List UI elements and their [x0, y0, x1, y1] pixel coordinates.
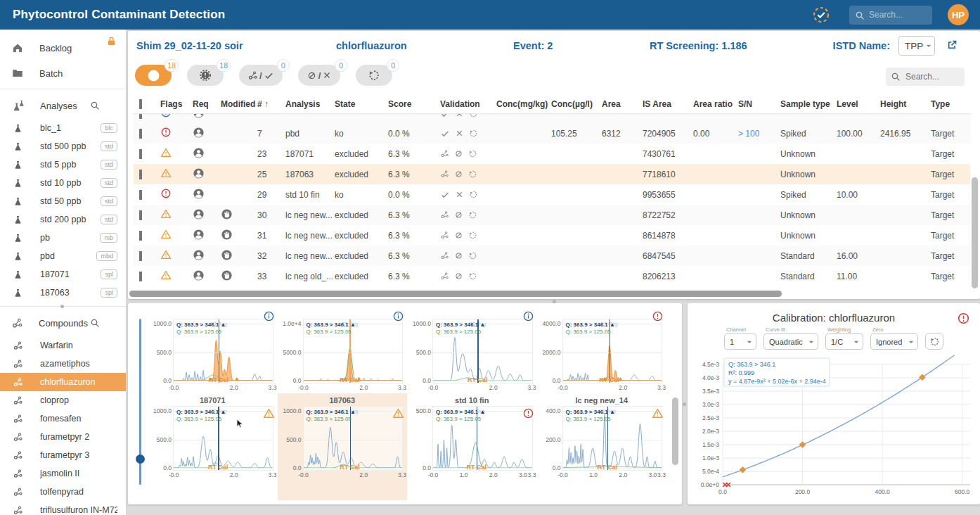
restore-icon[interactable] — [468, 210, 477, 220]
warning-icon[interactable] — [263, 407, 275, 419]
warning-icon[interactable] — [392, 407, 404, 419]
column-header-area[interactable]: Area — [600, 99, 641, 109]
validate-icon[interactable] — [440, 129, 450, 139]
column-header-conc-g-l-[interactable]: Conc(µg/l) — [550, 99, 600, 109]
validate-icon[interactable] — [440, 190, 450, 200]
chromatogram-tile-std-10-fin[interactable]: std 10 fin500.00.0-0.01.02.03.03.3RT Reg… — [407, 393, 537, 500]
filter-quantify-check[interactable]: /0 — [239, 65, 283, 86]
compound-item-triflusulfuron-IN-M7222[interactable]: triflusulfuron IN-M7222 — [0, 501, 126, 515]
compound-item-Warfarin[interactable]: Warfarin — [0, 336, 126, 355]
error-icon[interactable] — [652, 310, 664, 322]
column-header-req[interactable]: Req — [191, 99, 219, 109]
nullify-icon[interactable] — [454, 231, 463, 240]
row-checkbox[interactable] — [139, 149, 142, 159]
curve-fit-select[interactable]: Quadratic — [763, 333, 818, 350]
compound-item-chlorfluazuron[interactable]: chlorfluazuron — [0, 373, 126, 391]
column-header-validation[interactable]: Validation — [439, 99, 495, 109]
column-header-flags[interactable]: Flags — [159, 99, 191, 109]
column-header-type[interactable]: Type — [929, 99, 969, 109]
row-checkbox[interactable] — [139, 114, 142, 119]
vertical-splitter[interactable] — [683, 402, 686, 406]
column-header-is-area[interactable]: IS Area — [641, 99, 692, 109]
table-row[interactable]: 33lc neg old_...excluded6.3 %8206213Stan… — [134, 266, 970, 286]
filter-person[interactable]: 18 — [135, 65, 172, 86]
analysis-item-std-5-ppb[interactable]: std 5 ppbstd — [0, 155, 126, 174]
column-header-analysis[interactable]: Analysis — [284, 99, 333, 109]
nullify-icon[interactable] — [454, 251, 463, 260]
compound-item-fomesafen[interactable]: fomesafen — [0, 409, 126, 428]
table-row[interactable]: 32lc neg new...excluded6.3 %6847545Stand… — [134, 246, 970, 266]
column-header-sample-type[interactable]: Sample type — [779, 99, 835, 109]
row-checkbox[interactable] — [139, 210, 142, 220]
error-icon[interactable] — [957, 312, 970, 325]
reset-calibration-button[interactable] — [925, 333, 943, 350]
restore-icon[interactable] — [469, 114, 478, 118]
quantify-icon[interactable] — [440, 170, 449, 179]
analysis-item-std-50-ppb[interactable]: std 50 ppbstd — [0, 192, 126, 210]
table-row[interactable] — [134, 114, 970, 123]
validate-icon[interactable] — [440, 114, 450, 119]
intensity-slider[interactable] — [139, 319, 141, 485]
quantify-icon[interactable] — [440, 149, 449, 158]
table-row[interactable]: 29std 10 finko0.0 %9953655Spiked10.00Tar… — [134, 184, 970, 205]
filter-null-cross[interactable]: /0 — [298, 65, 341, 86]
warning-icon[interactable] — [652, 407, 664, 419]
nullify-icon[interactable] — [454, 210, 463, 220]
restore-icon[interactable] — [468, 251, 477, 260]
zero-select[interactable]: Ignored — [870, 333, 918, 350]
chromatogram-tile-187071[interactable]: 1870711000.0500.00.0-0.02.03.3RT RegRT C… — [148, 393, 278, 500]
column-header-state[interactable]: State — [333, 99, 387, 109]
sn-link[interactable]: > 100 — [738, 129, 759, 139]
reject-icon[interactable] — [455, 190, 464, 199]
quantify-icon[interactable] — [440, 251, 449, 260]
calibration-point[interactable] — [919, 374, 926, 381]
nullify-icon[interactable] — [454, 149, 463, 158]
channel-select[interactable]: 1 — [724, 333, 756, 350]
compound-item-furametpyr-2[interactable]: furametpyr 2 — [0, 428, 126, 446]
restore-icon[interactable] — [469, 129, 478, 138]
column-header-score[interactable]: Score — [387, 99, 439, 109]
filter-restore[interactable]: 0 — [356, 65, 392, 86]
info-icon[interactable] — [263, 310, 275, 322]
reject-icon[interactable] — [455, 114, 464, 118]
compound-item-azametiphos[interactable]: azametiphos — [0, 355, 126, 373]
column-header--[interactable]: # ↑ — [256, 99, 284, 109]
column-header-s-n[interactable]: S/N — [737, 99, 779, 109]
filter-gear-alert[interactable]: 18 — [187, 65, 224, 86]
analysis-item-std-200-ppb[interactable]: std 200 ppbstd — [0, 210, 126, 229]
analysis-item-std-500-ppb[interactable]: std 500 ppbstd — [0, 137, 126, 155]
chromatogram-tile-1[interactable]: 1.0e+45000.00.0-0.02.03.3RT RegRT CalQ: … — [278, 306, 408, 393]
select-all-checkbox[interactable] — [139, 99, 142, 109]
quantify-icon[interactable] — [440, 210, 449, 220]
batch-name[interactable]: Shim 29_02-11-20 soir — [136, 40, 243, 51]
chromatogram-tile-0[interactable]: 1000.0500.00.0-0.02.03.3RT RegRT CalQ: 3… — [148, 306, 278, 393]
table-row[interactable]: 30lc neg new...excluded6.3 %8722752Unkno… — [134, 205, 970, 225]
row-checkbox[interactable] — [139, 231, 142, 241]
table-vertical-scrollbar[interactable] — [972, 177, 978, 288]
calibration-point[interactable] — [740, 466, 747, 473]
quantify-icon[interactable] — [440, 272, 449, 281]
quantify-icon[interactable] — [440, 231, 449, 240]
column-header-area-ratio[interactable]: Area ratio — [692, 99, 737, 109]
info-icon[interactable] — [392, 310, 404, 322]
analysis-item-187063[interactable]: 187063spl — [0, 284, 126, 302]
horizontal-scrollbar[interactable] — [129, 291, 782, 297]
column-header-height[interactable]: Height — [879, 99, 929, 109]
sidebar-splitter[interactable] — [60, 305, 64, 308]
analyses-search-icon[interactable] — [89, 100, 101, 111]
compound-item-furametpyr-3[interactable]: furametpyr 3 — [0, 446, 126, 464]
nullify-icon[interactable] — [454, 272, 463, 281]
restore-icon[interactable] — [468, 170, 477, 179]
compound-item-cloprop[interactable]: cloprop — [0, 391, 126, 409]
weighting-select[interactable]: 1/C — [825, 333, 863, 350]
compound-item-jasmolin-II[interactable]: jasmolin II — [0, 464, 126, 483]
analysis-item-pbd[interactable]: pbdmbd — [0, 247, 126, 265]
chromatograms-scrollbar[interactable] — [672, 398, 678, 465]
analysis-item-blc_1[interactable]: blc_1blc — [0, 119, 126, 137]
table-row[interactable]: 31lc neg new...excluded6.3 %8614878Unkno… — [134, 225, 970, 246]
compound-item-tolfenpyrad[interactable]: tolfenpyrad — [0, 483, 126, 501]
row-checkbox[interactable] — [139, 272, 142, 281]
column-header-level[interactable]: Level — [835, 99, 879, 109]
chromatogram-tile-lc-neg-new_14[interactable]: lc neg new_14400.0200.00.0-0.01.02.03.03… — [537, 393, 667, 500]
chromatogram-tile-2[interactable]: 1000.0500.00.0-0.02.03.3RT RegRT CalQ: 3… — [407, 306, 537, 393]
